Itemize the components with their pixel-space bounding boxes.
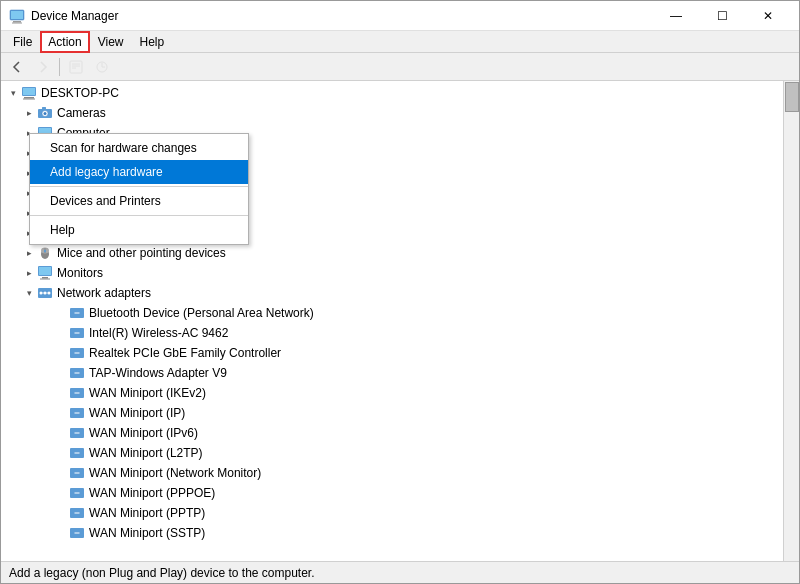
svg-rect-50 bbox=[42, 277, 48, 279]
menu-help[interactable]: Help bbox=[132, 31, 173, 53]
wan-pppoe-icon bbox=[69, 485, 85, 501]
svg-rect-4 bbox=[70, 61, 82, 73]
menu-action[interactable]: Action bbox=[40, 31, 89, 53]
update-driver-button[interactable] bbox=[90, 55, 114, 79]
window-icon bbox=[9, 8, 25, 24]
add-legacy-item[interactable]: Add legacy hardware bbox=[30, 160, 248, 184]
tree-monitors[interactable]: ▸ Monitors bbox=[1, 263, 799, 283]
wan-sstp-icon bbox=[69, 525, 85, 541]
properties-button[interactable] bbox=[64, 55, 88, 79]
svg-point-15 bbox=[44, 112, 47, 115]
tree-wan-l2tp[interactable]: WAN Miniport (L2TP) bbox=[1, 443, 799, 463]
svg-rect-2 bbox=[12, 22, 22, 23]
iw-icon bbox=[69, 325, 85, 341]
bluetooth-label: Bluetooth Device (Personal Area Network) bbox=[89, 306, 314, 320]
tree-bluetooth[interactable]: Bluetooth Device (Personal Area Network) bbox=[1, 303, 799, 323]
tree-wan-ipv6[interactable]: WAN Miniport (IPv6) bbox=[1, 423, 799, 443]
svg-rect-10 bbox=[24, 97, 34, 99]
tree-wan-sstp[interactable]: WAN Miniport (SSTP) bbox=[1, 523, 799, 543]
svg-rect-11 bbox=[23, 99, 35, 100]
tap-icon bbox=[69, 365, 85, 381]
svg-rect-51 bbox=[40, 279, 50, 280]
mice-expand-icon: ▸ bbox=[21, 245, 37, 261]
menu-file[interactable]: File bbox=[5, 31, 40, 53]
maximize-button[interactable]: ☐ bbox=[699, 1, 745, 31]
toolbar bbox=[1, 53, 799, 81]
intel-wireless-label: Intel(R) Wireless-AC 9462 bbox=[89, 326, 228, 340]
svg-rect-3 bbox=[11, 11, 23, 19]
forward-button[interactable] bbox=[31, 55, 55, 79]
help-item[interactable]: Help bbox=[30, 218, 248, 242]
svg-point-48 bbox=[44, 250, 46, 253]
mice-icon bbox=[37, 245, 53, 261]
wan-nm-icon bbox=[69, 465, 85, 481]
wan-ipv6-label: WAN Miniport (IPv6) bbox=[89, 426, 198, 440]
cameras-label: Cameras bbox=[57, 106, 106, 120]
scan-hardware-item[interactable]: Scan for hardware changes bbox=[30, 136, 248, 160]
tree-tap[interactable]: TAP-Windows Adapter V9 bbox=[1, 363, 799, 383]
devices-printers-item[interactable]: Devices and Printers bbox=[30, 189, 248, 213]
svg-rect-16 bbox=[42, 107, 46, 109]
wan-sstp-label: WAN Miniport (SSTP) bbox=[89, 526, 205, 540]
tree-intel-wireless[interactable]: Intel(R) Wireless-AC 9462 bbox=[1, 323, 799, 343]
realtek-label: Realtek PCIe GbE Family Controller bbox=[89, 346, 281, 360]
wan-ip-icon bbox=[69, 405, 85, 421]
toolbar-separator bbox=[59, 58, 60, 76]
wan-pptp-label: WAN Miniport (PPTP) bbox=[89, 506, 205, 520]
status-text: Add a legacy (non Plug and Play) device … bbox=[9, 566, 315, 580]
wan-l2tp-label: WAN Miniport (L2TP) bbox=[89, 446, 203, 460]
tree-wan-pppoe[interactable]: WAN Miniport (PPPOE) bbox=[1, 483, 799, 503]
window-title: Device Manager bbox=[31, 9, 653, 23]
tree-root[interactable]: ▾ DESKTOP-PC bbox=[1, 83, 799, 103]
minimize-button[interactable]: — bbox=[653, 1, 699, 31]
tree-mice[interactable]: ▸ Mice and other pointing devices bbox=[1, 243, 799, 263]
scrollbar-thumb[interactable] bbox=[785, 82, 799, 112]
bt-icon bbox=[69, 305, 85, 321]
tree-wan-ip[interactable]: WAN Miniport (IP) bbox=[1, 403, 799, 423]
wan-pptp-icon bbox=[69, 505, 85, 521]
tree-wan-pptp[interactable]: WAN Miniport (PPTP) bbox=[1, 503, 799, 523]
wan-ikev2-label: WAN Miniport (IKEv2) bbox=[89, 386, 206, 400]
network-expand-icon: ▾ bbox=[21, 285, 37, 301]
cameras-expand-icon: ▸ bbox=[21, 105, 37, 121]
wan-ipv6-icon bbox=[69, 425, 85, 441]
window-controls: — ☐ ✕ bbox=[653, 1, 791, 31]
monitors-label: Monitors bbox=[57, 266, 103, 280]
wan-l2tp-icon bbox=[69, 445, 85, 461]
tree-wan-ikev2[interactable]: WAN Miniport (IKEv2) bbox=[1, 383, 799, 403]
root-expand-icon: ▾ bbox=[5, 85, 21, 101]
mice-label: Mice and other pointing devices bbox=[57, 246, 226, 260]
menu-view[interactable]: View bbox=[90, 31, 132, 53]
tree-network[interactable]: ▾ Network adapters bbox=[1, 283, 799, 303]
tree-realtek[interactable]: Realtek PCIe GbE Family Controller bbox=[1, 343, 799, 363]
monitors-expand-icon: ▸ bbox=[21, 265, 37, 281]
network-label: Network adapters bbox=[57, 286, 151, 300]
device-manager-window: Device Manager — ☐ ✕ File Action View He… bbox=[0, 0, 800, 584]
svg-rect-12 bbox=[23, 88, 35, 95]
root-label: DESKTOP-PC bbox=[41, 86, 119, 100]
status-bar: Add a legacy (non Plug and Play) device … bbox=[1, 561, 799, 583]
title-bar: Device Manager — ☐ ✕ bbox=[1, 1, 799, 31]
menu-separator-1 bbox=[30, 186, 248, 187]
back-button[interactable] bbox=[5, 55, 29, 79]
tree-wan-netmon[interactable]: WAN Miniport (Network Monitor) bbox=[1, 463, 799, 483]
root-icon bbox=[21, 85, 37, 101]
svg-point-54 bbox=[40, 292, 43, 295]
wan-netmon-label: WAN Miniport (Network Monitor) bbox=[89, 466, 261, 480]
wan-ikev2-icon bbox=[69, 385, 85, 401]
scrollbar[interactable] bbox=[783, 81, 799, 561]
wan-ip-label: WAN Miniport (IP) bbox=[89, 406, 185, 420]
wan-pppoe-label: WAN Miniport (PPPOE) bbox=[89, 486, 215, 500]
svg-rect-52 bbox=[39, 267, 51, 275]
menu-separator-2 bbox=[30, 215, 248, 216]
network-icon bbox=[37, 285, 53, 301]
close-button[interactable]: ✕ bbox=[745, 1, 791, 31]
rt-icon bbox=[69, 345, 85, 361]
main-content: ▾ DESKTOP-PC ▸ bbox=[1, 81, 799, 561]
svg-point-55 bbox=[44, 292, 47, 295]
svg-rect-1 bbox=[13, 21, 21, 23]
cameras-icon bbox=[37, 105, 53, 121]
tree-cameras[interactable]: ▸ Cameras bbox=[1, 103, 799, 123]
monitors-icon bbox=[37, 265, 53, 281]
tap-label: TAP-Windows Adapter V9 bbox=[89, 366, 227, 380]
